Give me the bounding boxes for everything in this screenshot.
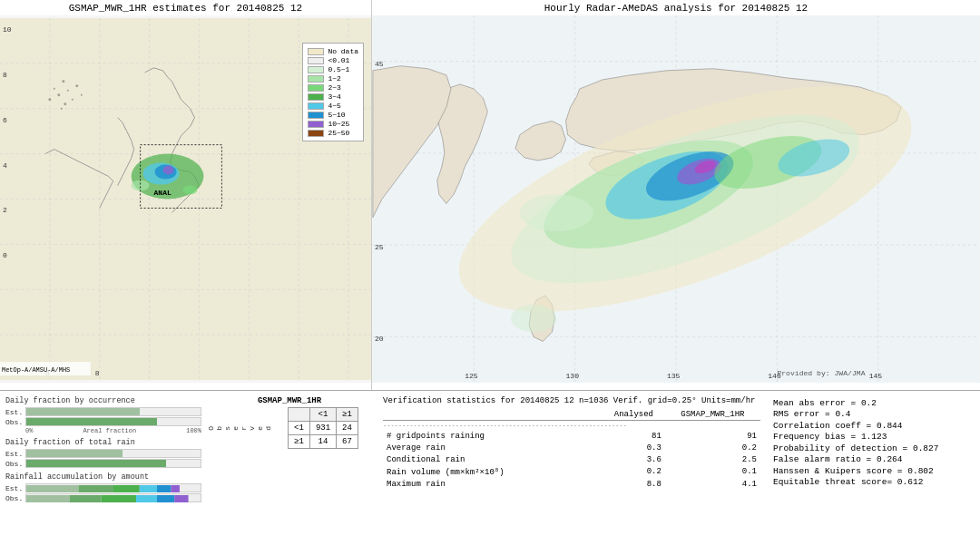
legend-item-5-10: 5~10 — [308, 111, 358, 119]
rainfall-chart: Rainfall accumulation by amount Est. — [5, 472, 201, 503]
verif-val2-avg-rain: 0.2 — [665, 442, 760, 453]
verif-val1-max-rain: 8.8 — [603, 478, 665, 490]
svg-rect-76 — [26, 485, 79, 492]
verif-table: Analysed GSMAP_MWR_1HR -----------------… — [383, 408, 760, 490]
svg-point-27 — [163, 166, 174, 175]
svg-text:8: 8 — [3, 71, 7, 79]
svg-point-38 — [61, 108, 63, 110]
est-rain-bar-fill — [26, 450, 122, 457]
verif-val1-gridpoints: 81 — [603, 430, 665, 442]
legend-item-4-5: 4~5 — [308, 102, 358, 110]
svg-text:25: 25 — [375, 243, 384, 251]
contingency-table: <1 ≥1 <1 931 24 ≥1 14 67 — [288, 407, 358, 449]
svg-rect-86 — [157, 495, 174, 502]
est-rainfall-bar-row: Est. — [5, 483, 201, 492]
svg-rect-81 — [171, 485, 180, 492]
contingency-wrapper: Observed <1 ≥1 <1 931 24 — [207, 407, 372, 449]
est-bar-container — [25, 407, 201, 416]
est-rain-bar-row: Est. — [5, 449, 201, 458]
svg-text:MetOp-A/AMSU-A/MHS: MetOp-A/AMSU-A/MHS — [2, 366, 70, 374]
legend-color-25-50 — [308, 130, 324, 137]
legend-color-1-2 — [308, 75, 324, 83]
verif-val1-avg-rain: 0.3 — [603, 442, 665, 453]
legend-label-nodata: No data — [328, 47, 358, 55]
left-map-canvas: 10 8 6 4 2 0 6 8 — [0, 15, 371, 383]
svg-point-36 — [54, 88, 55, 90]
left-map-panel: GSMAP_MWR_1HR estimates for 20140825 12 — [0, 0, 372, 390]
verif-title: Verification statistics for 20140825 12 … — [383, 396, 760, 405]
est-bar-row: Est. — [5, 407, 201, 416]
verif-col-analysed: Analysed — [603, 408, 665, 421]
svg-rect-84 — [102, 495, 136, 502]
rain-chart: Daily fraction of total rain Est. Obs. — [5, 438, 201, 469]
occurrence-chart: Daily fraction by occurrence Est. Obs. 0… — [5, 396, 201, 434]
svg-point-32 — [67, 90, 69, 92]
legend-item-nodata: No data — [308, 47, 358, 55]
legend-label-5-10: 5~10 — [328, 111, 345, 119]
legend-label-25-50: 25~50 — [328, 129, 349, 137]
est-label: Est. — [5, 408, 25, 416]
false-alarm-ratio: False alarm ratio = 0.264 — [773, 454, 971, 464]
gsmap-label: GSMAP_MWR_1HR — [207, 396, 372, 405]
svg-rect-87 — [174, 495, 188, 502]
legend-color-10-25 — [308, 121, 324, 128]
mean-abs-error: Mean abs error = 0.2 — [773, 398, 971, 408]
svg-text:2: 2 — [3, 206, 7, 214]
legend-label-3-4: 3~4 — [328, 92, 340, 101]
svg-text:145: 145 — [869, 372, 883, 380]
verif-val1-cond-rain: 3.6 — [603, 453, 665, 465]
svg-rect-80 — [157, 485, 171, 492]
svg-point-39 — [75, 84, 78, 87]
right-map-canvas: 45 35 25 20 125 130 135 140 145 — [372, 15, 980, 383]
legend-color-5-10 — [308, 112, 324, 119]
legend-color-05-1 — [308, 66, 324, 73]
legend: No data <0.01 0.5~1 1~2 — [302, 43, 364, 141]
legend-color-nodata — [308, 48, 324, 55]
equitable-threat: Equitable threat score= 0.612 — [773, 477, 971, 487]
svg-point-33 — [57, 93, 60, 96]
verif-val2-cond-rain: 2.5 — [665, 453, 760, 465]
bottom-contingency: GSMAP_MWR_1HR Observed <1 ≥1 <1 9 — [203, 394, 376, 551]
verif-label-avg-rain: Average rain — [383, 442, 603, 453]
verif-col-empty — [383, 408, 603, 421]
legend-color-4-5 — [308, 102, 324, 110]
contingency-col-lt1: <1 — [309, 408, 336, 422]
est-rainfall-bar-container — [25, 483, 201, 492]
svg-rect-82 — [26, 495, 70, 502]
svg-text:125: 125 — [465, 372, 478, 380]
svg-text:0: 0 — [3, 251, 7, 259]
axis-mid: Areal fraction — [83, 427, 136, 434]
svg-text:130: 130 — [566, 372, 580, 380]
obs-rain-bar-fill — [26, 460, 166, 467]
obs-rotated-label: Observed — [207, 426, 272, 431]
legend-label-4-5: 4~5 — [328, 102, 340, 110]
est-rainfall-label: Est. — [5, 484, 25, 492]
bottom-left-charts: Daily fraction by occurrence Est. Obs. 0… — [4, 394, 203, 551]
legend-item-25-50: 25~50 — [308, 129, 358, 137]
obs-rain-bar-container — [25, 459, 201, 468]
svg-text:ANAL: ANAL — [154, 189, 172, 197]
obs-rainfall-bar-row: Obs. — [5, 493, 201, 502]
bottom-section: Daily fraction by occurrence Est. Obs. 0… — [0, 390, 980, 555]
legend-item-3-4: 3~4 — [308, 92, 358, 101]
svg-text:Provided by: JWA/JMA: Provided by: JWA/JMA — [777, 369, 865, 377]
svg-text:8: 8 — [95, 369, 100, 377]
svg-text:4: 4 — [3, 161, 7, 170]
svg-point-40 — [81, 94, 83, 96]
occurrence-axis: 0% Areal fraction 100% — [25, 427, 201, 434]
svg-text:10: 10 — [3, 25, 12, 34]
right-map-panel: Hourly Radar-AMeDAS analysis for 2014082… — [372, 0, 980, 390]
right-map-svg: 45 35 25 20 125 130 135 140 145 — [372, 15, 980, 383]
obs-bar-row: Obs. — [5, 417, 201, 426]
contingency-val-gte1-gte1: 67 — [337, 435, 358, 449]
svg-point-31 — [62, 80, 64, 83]
legend-color-2-3 — [308, 84, 324, 92]
axis-100: 100% — [186, 427, 201, 434]
obs-rainfall-label: Obs. — [5, 494, 25, 502]
prob-detection: Probability of detection = 0.827 — [773, 443, 971, 453]
contingency-col-gte1: ≥1 — [337, 408, 358, 422]
main-container: GSMAP_MWR_1HR estimates for 20140825 12 — [0, 0, 980, 555]
verif-val2-max-rain: 4.1 — [665, 478, 760, 490]
legend-color-3-4 — [308, 93, 324, 101]
hanssen-kuipers: Hanssen & Kuipers score = 0.802 — [773, 466, 971, 476]
